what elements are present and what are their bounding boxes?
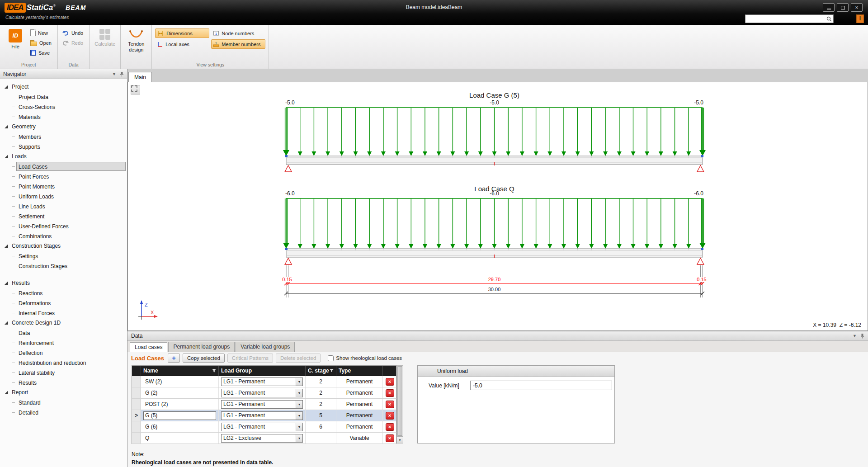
delete-row-button[interactable]: × [386,434,394,442]
table-scrollbar[interactable]: ▼ [396,365,403,443]
column-header-name[interactable]: Name [141,366,219,376]
beam-canvas[interactable]: Load Case G (5)-5.0-5.0-5.0Load Case Q-6… [127,82,868,331]
delete-row-button[interactable]: × [386,423,394,431]
local-axes-toggle[interactable]: Local axes [155,39,209,49]
name-cell[interactable]: Q [141,433,219,443]
nav-item-deformations[interactable]: Deformations [0,298,127,308]
nav-item-detailed[interactable]: Detailed [0,407,127,417]
show-rheological-checkbox[interactable] [328,355,334,361]
nav-section-concrete-design-1d[interactable]: Concrete Design 1D [0,318,127,328]
load-case-row-g-5[interactable]: >G (5)LG1 - Permanent▼5Permanent× [132,410,396,421]
nav-item-materials[interactable]: Materials [0,112,127,122]
c-stage-cell[interactable]: 2 [306,376,336,387]
nav-item-project-data[interactable]: Project Data [0,92,127,102]
load-case-row-g-6[interactable]: G (6)LG1 - Permanent▼6Permanent× [132,421,396,433]
combo-dropdown-icon[interactable]: ▼ [296,423,302,431]
delete-row-button[interactable]: × [386,389,394,397]
load-group-select[interactable]: LG2 - Exclusive▼ [221,434,303,443]
node-numbers-toggle[interactable]: 1 Node numbers [211,28,265,38]
pin-icon[interactable] [120,71,124,77]
nav-item-data[interactable]: Data [0,328,127,338]
copy-selected-button[interactable]: Copy selected [183,354,225,363]
fit-view-button[interactable] [131,85,140,94]
load-case-row-post-2[interactable]: POST (2)LG1 - Permanent▼2Permanent× [132,399,396,410]
nav-item-load-cases[interactable]: Load Cases [0,161,127,171]
nav-item-deflection[interactable]: Deflection [0,348,127,358]
nav-item-lateral-stability[interactable]: Lateral stability [0,368,127,377]
column-header-type[interactable]: Type [336,366,383,376]
nav-item-settlement[interactable]: Settlement [0,211,127,221]
column-header-load-group[interactable]: Load Group [219,366,306,376]
nav-item-standard[interactable]: Standard [0,397,127,407]
add-load-case-button[interactable]: + [168,354,180,363]
nav-item-line-loads[interactable]: Line Loads [0,201,127,211]
nav-item-cross-sections[interactable]: Cross-Sections [0,102,127,112]
c-stage-cell[interactable] [306,433,336,443]
nav-item-point-forces[interactable]: Point Forces [0,171,127,181]
pin-icon[interactable] [860,333,864,339]
combo-dropdown-icon[interactable]: ▼ [296,389,302,397]
nav-item-supports[interactable]: Supports [0,142,127,151]
c-stage-cell[interactable]: 6 [306,421,336,432]
name-cell[interactable]: POST (2) [141,399,219,410]
nav-section-results[interactable]: Results [0,278,127,288]
tendon-design-button[interactable]: Tendon design [124,27,148,61]
search-icon[interactable] [826,16,832,22]
nav-item-settings[interactable]: Settings [0,251,127,261]
nav-item-uniform-loads[interactable]: Uniform Loads [0,191,127,201]
nav-section-project[interactable]: Project [0,82,127,92]
filter-icon[interactable] [212,369,216,373]
delete-row-button[interactable]: × [386,378,394,386]
nav-item-results[interactable]: Results [0,377,127,387]
new-button[interactable]: New [29,28,54,37]
nav-section-construction-stages[interactable]: Construction Stages [0,241,127,251]
combo-dropdown-icon[interactable]: ▼ [296,401,302,408]
undo-button[interactable]: Undo [61,28,86,37]
filter-icon[interactable] [330,369,334,373]
combo-dropdown-icon[interactable]: ▼ [296,434,302,442]
name-cell[interactable]: G (6) [141,421,219,432]
data-tab-variable-load-groups[interactable]: Variable load groups [236,342,295,352]
load-group-select[interactable]: LG1 - Permanent▼ [221,400,303,409]
uniform-load-value-input[interactable] [470,381,612,390]
load-group-select[interactable]: LG1 - Permanent▼ [221,377,303,386]
delete-row-button[interactable]: × [386,412,394,420]
load-group-select[interactable]: LG1 - Permanent▼ [221,423,303,431]
member-numbers-toggle[interactable]: 1 Member numbers [211,39,265,49]
nav-item-internal-forces[interactable]: Internal Forces [0,308,127,318]
data-panel-dropdown-icon[interactable]: ▼ [853,334,857,338]
nav-item-user-defined-forces[interactable]: User-Defined Forces [0,221,127,231]
load-case-row-g-2[interactable]: G (2)LG1 - Permanent▼2Permanent× [132,387,396,399]
nav-item-members[interactable]: Members [0,132,127,142]
combo-dropdown-icon[interactable]: ▼ [296,378,302,386]
data-tab-load-cases[interactable]: Load cases [130,342,167,352]
nav-item-combinations[interactable]: Combinations [0,231,127,241]
name-cell[interactable]: G (2) [141,387,219,398]
tab-main[interactable]: Main [128,72,152,82]
maximize-button[interactable] [837,3,849,12]
load-case-row-sw-2[interactable]: SW (2)LG1 - Permanent▼2Permanent× [132,376,396,387]
name-cell[interactable]: G (5) [141,410,219,421]
open-button[interactable]: Open [29,38,54,47]
data-tab-permanent-load-groups[interactable]: Permanent load groups [168,342,235,352]
save-button[interactable]: Save [29,48,54,57]
column-header-c-stage[interactable]: C. stage [306,366,336,376]
combo-dropdown-icon[interactable]: ▼ [296,412,302,420]
dimensions-toggle[interactable]: Dimensions [155,28,209,38]
load-case-row-q[interactable]: QLG2 - Exclusive▼Variable× [132,433,396,444]
c-stage-cell[interactable]: 2 [306,399,336,410]
load-group-select[interactable]: LG1 - Permanent▼ [221,389,303,397]
close-button[interactable]: × [851,3,863,12]
nav-item-reinforcement[interactable]: Reinforcement [0,338,127,348]
nav-item-point-moments[interactable]: Point Moments [0,181,127,191]
nav-section-report[interactable]: Report [0,387,127,397]
navigator-dropdown-icon[interactable]: ▼ [112,72,116,76]
delete-row-button[interactable]: × [386,401,394,408]
name-cell[interactable]: SW (2) [141,376,219,387]
nav-item-construction-stages[interactable]: Construction Stages [0,261,127,271]
search-input[interactable] [745,15,826,22]
c-stage-cell[interactable]: 2 [306,387,336,398]
info-button[interactable]: i [856,14,864,23]
scrollbar-down-arrow[interactable]: ▼ [397,436,403,443]
nav-item-redistribution-and-reduction[interactable]: Redistribution and reduction [0,358,127,368]
